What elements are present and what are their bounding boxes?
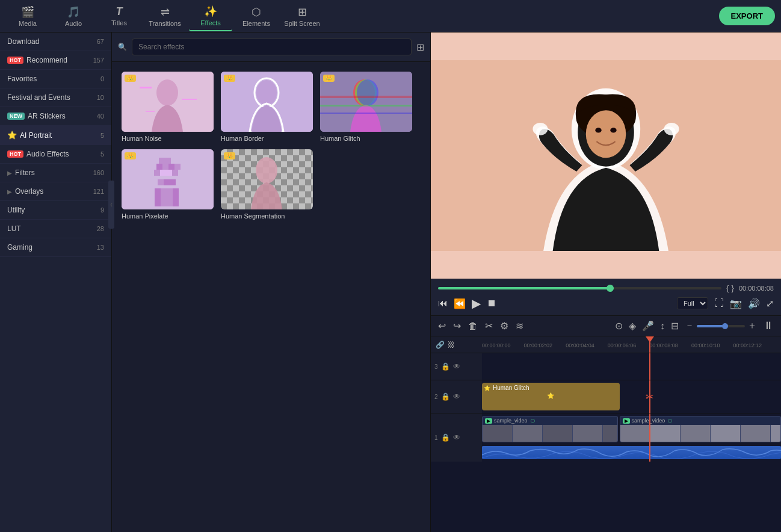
thumb-frame-2 — [650, 425, 681, 442]
timeline-tool-1[interactable]: ⊙ — [615, 320, 623, 332]
thumb-frame — [573, 425, 603, 442]
video-label-1: sample_video — [494, 418, 528, 424]
volume-button[interactable]: 🔊 — [748, 298, 760, 309]
grid-toggle-icon[interactable]: ⊞ — [416, 42, 424, 53]
nav-effects[interactable]: ✨ Effects — [189, 1, 232, 31]
sidebar-item-utility[interactable]: Utility 9 — [0, 201, 111, 220]
effect-name-human-glitch: Human Glitch — [320, 135, 412, 142]
sidebar-item-ai-portrait[interactable]: ⭐ AI Portrait 5 — [0, 126, 111, 145]
timeline-tool-4[interactable]: ↕ — [660, 321, 665, 332]
zoom-in-button[interactable]: ＋ — [747, 320, 757, 332]
search-input[interactable] — [132, 39, 412, 55]
cut-button[interactable]: ✂ — [485, 320, 493, 332]
effect-human-glitch[interactable]: 👑 Human Glitch — [320, 72, 412, 142]
eye-icon-3[interactable]: 👁 — [453, 362, 460, 371]
effect-human-border[interactable]: 👑 Human Border — [221, 72, 313, 142]
nav-elements-label: Elements — [242, 20, 270, 27]
audio-waveform — [482, 446, 781, 459]
eye-icon-1[interactable]: 👁 — [453, 433, 460, 442]
fullscreen-button[interactable]: ⛶ — [714, 298, 724, 309]
video-clip-1[interactable]: ▶ sample_video ⬡ — [482, 416, 618, 442]
sidebar-item-favorites[interactable]: Favorites 0 — [0, 70, 111, 88]
timeline-tool-5[interactable]: ⊟ — [671, 320, 679, 332]
progress-fill — [438, 287, 614, 289]
timecode: 00:00:08:08 — [739, 285, 774, 292]
play-button[interactable]: ▶ — [472, 296, 481, 311]
hot-badge-audio: HOT — [7, 150, 23, 158]
crown-badge-border: 👑 — [224, 75, 235, 82]
search-icon: 🔍 — [118, 43, 127, 51]
lock-icon-3[interactable]: 🔒 — [441, 362, 450, 371]
track-controls-2: 2 🔒 👁 — [431, 380, 482, 413]
nav-audio[interactable]: 🎵 Audio — [52, 1, 95, 31]
svg-point-7 — [256, 80, 277, 105]
zoom-out-button[interactable]: － — [685, 320, 694, 332]
quality-select[interactable]: Full 1/2 1/4 — [677, 297, 708, 309]
preview-controls: { } 00:00:08:08 ⏮ ⏪ ▶ ⏹ Full 1/2 1/4 — [431, 279, 781, 315]
track-content-1: ▶ sample_video ⬡ — [482, 413, 781, 462]
thumb-frame — [603, 425, 617, 442]
nav-transitions[interactable]: ⇌ Transitions — [143, 1, 187, 31]
sidebar-item-audio-effects[interactable]: HOT Audio Effects 5 — [0, 145, 111, 164]
sidebar-item-recommend[interactable]: HOT Recommend 157 — [0, 51, 111, 70]
timeline-tool-2[interactable]: ◈ — [629, 320, 636, 332]
track-controls-3: 3 🔒 👁 — [431, 353, 482, 380]
clip-star-icon: ⭐ — [484, 385, 490, 391]
effect-thumb-human-pixelate: 👑 — [122, 149, 214, 209]
lock-icon-1[interactable]: 🔒 — [441, 433, 450, 442]
skip-back-button[interactable]: ⏮ — [438, 298, 448, 309]
thumb-frame-2 — [741, 425, 771, 442]
sidebar-item-overlays[interactable]: ▶ Overlays 121 — [0, 182, 111, 201]
nav-elements[interactable]: ⬡ Elements — [235, 1, 278, 31]
redo-button[interactable]: ↪ — [453, 320, 461, 332]
sidebar-item-lut[interactable]: LUT 28 — [0, 220, 111, 238]
resize-handle[interactable]: ‹ — [108, 181, 112, 229]
playhead-track1 — [649, 413, 650, 462]
audio-waveform-button[interactable]: ≋ — [516, 320, 523, 332]
sidebar-item-festival[interactable]: Festival and Events 10 — [0, 88, 111, 107]
stop-button[interactable]: ⏹ — [487, 298, 496, 309]
transitions-icon: ⇌ — [161, 5, 170, 19]
sidebar-item-download[interactable]: Download 67 — [0, 32, 111, 51]
svg-point-39 — [595, 128, 601, 132]
sidebar-item-ar-stickers[interactable]: NEW AR Stickers 40 — [0, 107, 111, 126]
expand-button[interactable]: ⤢ — [766, 298, 774, 309]
effect-human-segmentation[interactable]: 👑 Human Segmentation — [221, 149, 313, 220]
sidebar-item-filters[interactable]: ▶ Filters 160 — [0, 164, 111, 182]
effect-human-noise[interactable]: 👑 Human Noise — [122, 72, 214, 142]
zoom-slider[interactable] — [697, 325, 745, 327]
svg-rect-20 — [168, 164, 174, 170]
nav-splitscreen[interactable]: ⊞ Split Screen — [280, 1, 324, 31]
effect-human-pixelate[interactable]: 👑 — [122, 149, 214, 220]
chain-icon[interactable]: ⛓ — [448, 341, 455, 349]
track-number-3: 3 — [434, 363, 438, 370]
undo-button[interactable]: ↩ — [438, 320, 446, 332]
preview-svg — [431, 32, 781, 279]
progress-bar[interactable] — [438, 287, 721, 289]
timeline-pause-button[interactable]: ⏸ — [763, 320, 774, 332]
sidebar-item-gaming[interactable]: Gaming 13 — [0, 238, 111, 257]
video-clip-2[interactable]: ▶ sample_video ⬡ — [620, 416, 781, 442]
bracket-end[interactable]: } — [732, 283, 734, 292]
export-button[interactable]: EXPORT — [719, 7, 775, 25]
bracket-start[interactable]: { — [726, 283, 729, 292]
effect-clip-human-glitch[interactable]: ⭐ Human Glitch ⭐ — [482, 383, 620, 410]
link-icon[interactable]: 🔗 — [436, 341, 445, 349]
eye-icon-2[interactable]: 👁 — [453, 392, 460, 401]
zoom-controls: － ＋ — [685, 320, 757, 332]
nav-media[interactable]: 🎬 Media — [6, 1, 49, 31]
nav-titles[interactable]: T Titles — [97, 1, 141, 31]
step-back-button[interactable]: ⏪ — [454, 298, 466, 309]
delete-button[interactable]: 🗑 — [468, 321, 478, 332]
nav-media-label: Media — [19, 20, 37, 27]
screenshot-button[interactable]: 📷 — [730, 298, 742, 309]
adjust-button[interactable]: ⚙ — [500, 320, 508, 332]
effect-name-human-noise: Human Noise — [122, 135, 214, 142]
crown-badge-segmentation: 👑 — [224, 152, 235, 159]
lock-icon-2[interactable]: 🔒 — [441, 392, 450, 401]
timeline-tool-3[interactable]: 🎤 — [642, 320, 654, 332]
arrow-icon-overlays: ▶ — [7, 188, 12, 195]
zoom-handle[interactable] — [722, 323, 728, 329]
svg-point-41 — [532, 123, 548, 135]
scissors-icon: ✂ — [646, 391, 653, 403]
